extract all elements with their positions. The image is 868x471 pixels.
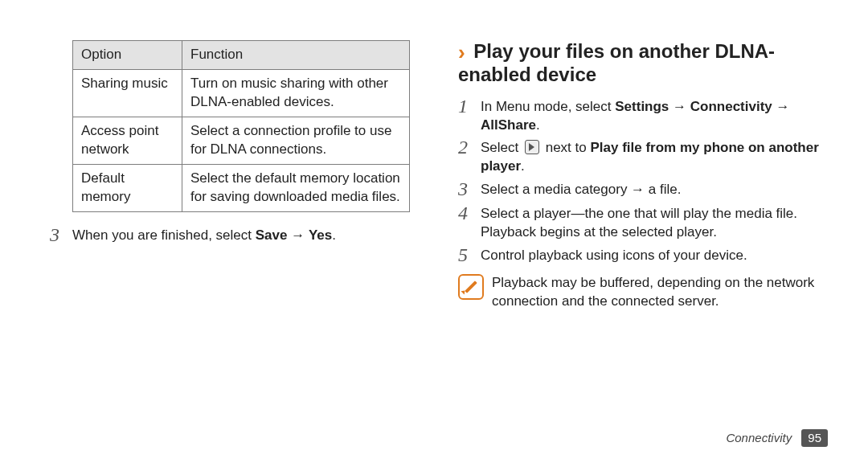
heading-text: Play your files on another DLNA-enabled …: [458, 40, 775, 85]
right-column: › Play your files on another DLNA-enable…: [434, 0, 868, 471]
step-bold: AllShare: [481, 117, 536, 133]
step-body: Control playback using icons of your dev…: [481, 247, 828, 265]
step-number: 5: [458, 245, 481, 264]
step-text-arrow: →: [287, 227, 308, 243]
step-text: next to: [542, 140, 590, 155]
table-header-function: Function: [182, 41, 410, 70]
option-cell: Sharing music: [73, 69, 182, 117]
section-heading: › Play your files on another DLNA-enable…: [458, 40, 828, 87]
function-cell: Turn on music sharing with other DLNA-en…: [182, 69, 410, 117]
table-row: Sharing music Turn on music sharing with…: [73, 69, 410, 117]
step-bold: Save: [256, 227, 288, 243]
step-bold: Connectivity: [690, 99, 772, 114]
table-row: Default memory Select the default memory…: [73, 164, 410, 211]
step-text-post: .: [332, 227, 336, 243]
note-icon: [458, 274, 484, 300]
step-body: When you are finished, select Save → Yes…: [72, 227, 402, 245]
step-text: Select a media category → a file.: [481, 182, 681, 197]
play-circle-icon: [525, 140, 539, 154]
function-cell: Select the default memory location for s…: [182, 164, 410, 211]
step: 1In Menu mode, select Settings → Connect…: [458, 98, 828, 135]
option-cell: Default memory: [73, 164, 182, 211]
step-text: .: [536, 117, 540, 133]
step-body: Select a player—the one that will play t…: [481, 205, 828, 242]
function-cell: Select a connection profile to use for D…: [182, 117, 410, 164]
table-header-option: Option: [73, 41, 182, 70]
page: Option Function Sharing music Turn on mu…: [0, 0, 868, 471]
note-text: Playback may be buffered, depending on t…: [492, 274, 828, 311]
step-number: 3: [50, 225, 72, 244]
step-bold: Yes: [309, 227, 332, 243]
step: 2Select next to Play file from my phone …: [458, 139, 828, 176]
option-cell: Access point network: [73, 117, 182, 164]
step-number: 4: [458, 203, 481, 223]
step-body: Select next to Play file from my phone o…: [481, 139, 828, 176]
step-text: .: [521, 158, 525, 174]
step: 3Select a media category → a file.: [458, 181, 828, 200]
options-table: Option Function Sharing music Turn on mu…: [72, 40, 410, 212]
step-number: 3: [458, 179, 481, 199]
step-text: Select a player—the one that will play t…: [481, 206, 797, 240]
note: Playback may be buffered, depending on t…: [458, 274, 828, 311]
step-body: In Menu mode, select Settings → Connecti…: [481, 98, 828, 135]
footer-section: Connectivity: [726, 431, 792, 444]
step-text: Select: [481, 140, 522, 155]
step-text: Control playback using icons of your dev…: [481, 248, 747, 263]
steps-list: 1In Menu mode, select Settings → Connect…: [458, 98, 828, 267]
footer-page-number: 95: [801, 429, 828, 447]
chevron-right-icon: ›: [458, 42, 465, 63]
step-text: →: [772, 99, 790, 114]
step-number: 1: [458, 96, 481, 116]
step-save: 3 When you are finished, select Save → Y…: [50, 227, 402, 246]
step: 5Control playback using icons of your de…: [458, 247, 828, 266]
table-row: Access point network Select a connection…: [73, 117, 410, 164]
step: 4Select a player—the one that will play …: [458, 205, 828, 242]
step-number: 2: [458, 137, 481, 157]
step-text: In Menu mode, select: [481, 99, 615, 114]
left-column: Option Function Sharing music Turn on mu…: [0, 0, 434, 471]
page-footer: Connectivity 95: [726, 429, 828, 447]
step-text: →: [669, 99, 690, 114]
step-bold: Settings: [615, 99, 669, 114]
step-body: Select a media category → a file.: [481, 181, 828, 199]
step-text: When you are finished, select: [72, 227, 256, 243]
